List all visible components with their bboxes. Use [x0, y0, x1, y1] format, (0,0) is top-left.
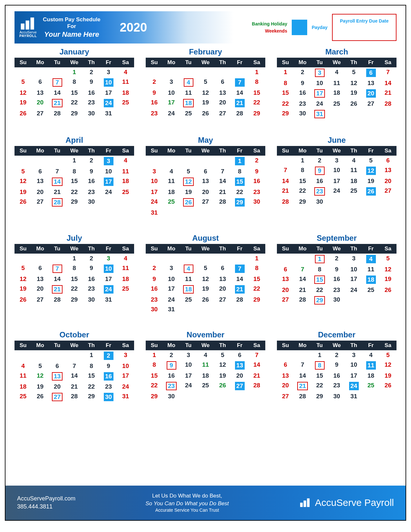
days-grid: 1234567891011121314151617181920212223242…	[277, 156, 396, 207]
day-cell: 4	[117, 254, 134, 263]
day-cell: 4	[180, 77, 197, 88]
day-cell: 18	[180, 98, 197, 109]
day-cell: 4	[197, 350, 214, 360]
day-cell: 1	[311, 350, 328, 360]
day-cell: 23	[83, 187, 100, 197]
dow-cell: Th	[214, 146, 231, 156]
day-cell: 17	[345, 371, 362, 381]
day-cell: 21	[49, 284, 66, 295]
day-cell: 25	[117, 187, 134, 197]
day-cell: 8	[66, 167, 83, 176]
dow-cell: Fr	[362, 341, 379, 350]
day-cell: 13	[277, 371, 294, 381]
day-cell: 11	[362, 265, 379, 274]
dow-row: SuMoTuWeThFrSa	[15, 341, 134, 350]
logo-text: AccuServePAYROLL	[19, 31, 37, 38]
day-cell: 2	[328, 350, 345, 360]
day-cell: 7	[294, 360, 311, 371]
day-cell: 21	[214, 187, 231, 197]
dow-cell: Su	[15, 146, 32, 156]
dow-cell: We	[66, 244, 83, 254]
day-cell: 16	[83, 176, 100, 187]
day-cell: 27	[49, 392, 66, 402]
day-cell: 27	[277, 392, 294, 401]
month-title: February	[146, 46, 265, 58]
day-cell: 23	[328, 285, 345, 295]
day-cell: 9	[146, 88, 163, 98]
day-cell: 21	[231, 284, 248, 295]
day-cell: 15	[66, 176, 83, 187]
day-cell: 30	[248, 197, 265, 208]
day-cell: 21	[379, 88, 396, 99]
month-title: July	[15, 232, 134, 244]
day-cell: 28	[294, 392, 311, 401]
day-cell: 11	[117, 167, 134, 176]
day-cell: 30	[83, 109, 100, 118]
dow-cell: Sa	[117, 244, 134, 254]
days-grid: 1234567891011121314151617181920212223242…	[15, 156, 134, 208]
day-cell: 27	[214, 295, 231, 305]
day-cell: 6	[379, 156, 396, 165]
day-cell: 22	[311, 285, 328, 295]
legend-entry-date: Payroll Entry Due Date	[332, 14, 396, 41]
day-cell: 25	[180, 295, 197, 305]
day-cell: 23	[83, 284, 100, 295]
dow-cell: Su	[146, 146, 163, 156]
days-grid: 1234567891011121314151617181920212223242…	[146, 156, 265, 218]
day-cell: 26	[379, 381, 396, 392]
dow-cell: We	[197, 244, 214, 254]
day-cell: 27	[231, 381, 248, 392]
day-cell: 26	[379, 285, 396, 295]
day-cell: 19	[379, 274, 396, 285]
day-cell: 9	[328, 265, 345, 274]
day-cell: 13	[214, 274, 231, 284]
day-cell: 16	[163, 371, 180, 381]
day-cell: 25	[197, 381, 214, 392]
day-cell: 23	[248, 187, 265, 197]
svg-rect-2	[30, 17, 34, 29]
day-cell: 26	[15, 197, 32, 208]
day-cell: 30	[328, 392, 345, 401]
day-cell: 20	[214, 284, 231, 295]
day-cell: 14	[248, 360, 265, 371]
day-cell: 24	[100, 98, 117, 109]
day-cell: 3	[163, 77, 180, 88]
day-cell: 12	[345, 78, 362, 88]
brand-box: AccuServePAYROLL Custom Pay Schedule For…	[15, 11, 245, 44]
days-grid: 1234567891011121314151617181920212223242…	[277, 254, 396, 306]
day-cell: 18	[15, 382, 32, 392]
dow-cell: Fr	[100, 146, 117, 156]
footer: AccuServePayroll.com 385.444.3811 Let Us…	[5, 486, 406, 520]
day-cell: 2	[311, 156, 328, 165]
bars-icon	[299, 498, 312, 508]
day-cell: 30	[311, 197, 328, 207]
day-cell: 22	[277, 99, 294, 109]
day-cell: 22	[66, 187, 83, 197]
day-cell: 16	[146, 98, 163, 109]
day-cell: 28	[66, 392, 83, 402]
day-cell: 4	[345, 156, 362, 165]
days-grid: 1234567891011121314151617181920212223242…	[15, 350, 134, 402]
day-cell: 19	[214, 371, 231, 381]
day-cell: 7	[49, 77, 66, 88]
dow-cell: Mo	[294, 146, 311, 156]
day-cell: 30	[146, 305, 163, 314]
day-cell: 21	[277, 186, 294, 197]
day-cell: 7	[231, 263, 248, 274]
logo: AccuServePAYROLL	[19, 17, 37, 38]
day-cell: 20	[362, 88, 379, 99]
day-cell: 17	[100, 274, 117, 284]
dow-cell: Sa	[379, 244, 396, 254]
day-cell: 6	[277, 360, 294, 371]
day-cell: 2	[100, 350, 117, 361]
day-cell: 20	[197, 187, 214, 197]
day-cell: 1	[66, 156, 83, 167]
day-cell: 18	[180, 284, 197, 295]
month-september: SeptemberSuMoTuWeThFrSa12345678910111213…	[277, 232, 396, 314]
month-august: AugustSuMoTuWeThFrSa12345678910111213141…	[146, 232, 265, 314]
dow-cell: We	[197, 341, 214, 350]
day-cell: 8	[231, 167, 248, 176]
day-cell: 9	[328, 360, 345, 371]
days-grid: 1234567891011121314151617181920212223242…	[15, 67, 134, 118]
day-cell: 27	[277, 295, 294, 306]
